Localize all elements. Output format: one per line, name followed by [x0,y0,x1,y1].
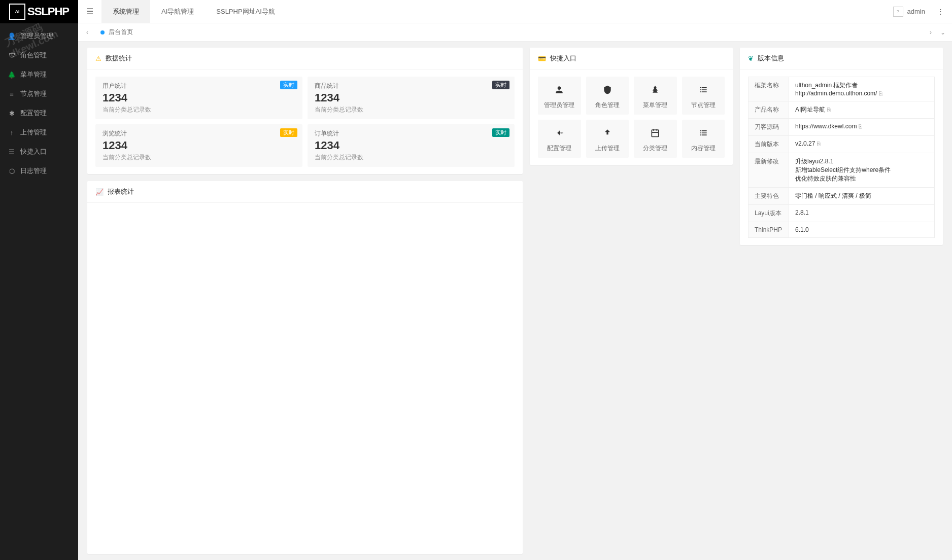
quick-label: 分类管理 [643,144,667,153]
list-icon [698,84,708,96]
version-label: 最新修改 [749,153,789,188]
tabs-next-icon[interactable]: › [925,29,937,36]
version-row-7: ThinkPHP6.1.0 [749,222,935,238]
user-icon [554,84,564,96]
quick-title: 快捷入口 [550,54,576,63]
topnav-tab-0[interactable]: 系统管理 [101,0,150,23]
version-row-3: 当前版本v2.0.27⎘ [749,136,935,153]
version-value: ulthon_admin 框架作者http://admin.demo.ultho… [789,77,935,101]
version-label: ThinkPHP [749,222,789,238]
quick-label: 菜单管理 [643,101,667,110]
sidebar-item-5[interactable]: ↑上传管理 [0,123,78,142]
stat-box-0: 实时 用户统计 1234 当前分类总记录数 [95,77,302,119]
version-value: https://www.dkewl.com⎘ [789,119,935,136]
avatar[interactable]: ? [893,7,903,17]
sidebar-item-6[interactable]: ☰快捷入口 [0,142,78,161]
sidebar-item-2[interactable]: 🌲菜单管理 [0,65,78,84]
logo-text: SSLPHP [27,5,69,18]
stat-title: 用户统计 [103,82,295,90]
copy-icon[interactable]: ⎘ [859,123,862,129]
sidebar-item-label: 管理员管理 [20,31,53,41]
stat-subtitle: 当前分类总记录数 [103,106,295,114]
chart-icon: 📈 [95,188,104,196]
sidebar-item-4[interactable]: ✱配置管理 [0,103,78,123]
quick-item-1[interactable]: 角色管理 [586,77,629,115]
quick-item-0[interactable]: 管理员管理 [538,77,581,115]
stat-value: 1234 [315,139,507,152]
topnav-tab-1[interactable]: AI导航管理 [150,0,205,23]
stat-title: 订单统计 [315,129,507,138]
quick-label: 角色管理 [595,101,620,110]
sidebar-item-label: 日志管理 [20,166,47,176]
tab-active-dot [100,30,105,34]
quick-item-4[interactable]: 配置管理 [538,120,581,158]
content-icon [698,127,708,139]
stat-title: 商品统计 [315,82,507,90]
sidebar-menu: 👤管理员管理🛡角色管理🌲菜单管理≡节点管理✱配置管理↑上传管理☰快捷入口⬡日志管… [0,23,78,181]
quick-entry-card: 💳 快捷入口 管理员管理角色管理菜单管理节点管理配置管理上传管理分类管理内容管理 [530,48,733,165]
sidebar-item-1[interactable]: 🛡角色管理 [0,46,78,65]
username[interactable]: admin [907,8,925,15]
report-title: 报表统计 [108,187,134,196]
version-title: 版本信息 [758,54,784,63]
copy-icon[interactable]: ⎘ [827,107,831,113]
quick-item-7[interactable]: 内容管理 [682,120,725,158]
version-label: Layui版本 [749,205,789,222]
stat-badge: 实时 [492,128,509,137]
stat-value: 1234 [103,91,295,104]
version-card: ❦ 版本信息 框架名称ulthon_admin 框架作者http://admin… [740,48,943,245]
stats-card: ⚠ 数据统计 实时 用户统计 1234 当前分类总记录数 实时 商品统计 123… [87,48,523,174]
tabs-prev-icon[interactable]: ‹ [81,29,93,36]
sidebar-item-icon: ↑ [7,129,16,136]
sidebar-item-icon: ✱ [7,110,16,117]
stat-value: 1234 [103,139,295,152]
sidebar-item-7[interactable]: ⬡日志管理 [0,161,78,181]
copy-icon[interactable]: ⎘ [817,141,821,147]
version-value: 6.1.0 [789,222,935,238]
gear-icon [554,127,564,139]
logo[interactable]: AI SSLPHP [0,0,78,23]
version-value: 2.8.1 [789,205,935,222]
quick-item-2[interactable]: 菜单管理 [634,77,677,115]
warning-icon: ⚠ [95,55,101,62]
version-row-5: 主要特色零门槛 / 响应式 / 清爽 / 极简 [749,188,935,205]
version-row-1: 产品名称AI网址导航⎘ [749,101,935,119]
report-card: 📈 报表统计 [87,181,523,554]
topnav-tab-2[interactable]: SSLPHP网址AI导航 [205,0,286,23]
shield-icon [602,84,613,96]
stat-badge: 实时 [280,81,297,89]
more-icon[interactable]: ⋮ [934,8,947,15]
svg-rect-0 [652,130,659,136]
quick-label: 节点管理 [691,101,716,110]
calendar-icon [650,127,660,139]
version-row-0: 框架名称ulthon_admin 框架作者http://admin.demo.u… [749,77,935,101]
stat-subtitle: 当前分类总记录数 [315,106,507,114]
sidebar-item-label: 配置管理 [20,109,47,118]
stat-title: 浏览统计 [103,129,295,138]
stat-subtitle: 当前分类总记录数 [315,153,507,162]
quick-item-5[interactable]: 上传管理 [586,120,629,158]
version-value: 零门槛 / 响应式 / 清爽 / 极简 [789,188,935,205]
stats-title: 数据统计 [106,54,132,63]
quick-item-6[interactable]: 分类管理 [634,120,677,158]
sidebar-item-3[interactable]: ≡节点管理 [0,84,78,103]
top-navigation: ☰ 系统管理AI导航管理SSLPHP网址AI导航 ? admin ⋮ [78,0,952,23]
stat-badge: 实时 [492,81,509,89]
sidebar-item-label: 上传管理 [20,128,47,137]
card-icon: 💳 [538,55,546,62]
sidebar-item-0[interactable]: 👤管理员管理 [0,26,78,46]
quick-item-3[interactable]: 节点管理 [682,77,725,115]
version-row-4: 最新修改升级layui2.8.1新增tableSelect组件支持where条件… [749,153,935,188]
version-value: AI网址导航⎘ [789,101,935,119]
copy-icon[interactable]: ⎘ [879,90,882,96]
sidebar-item-icon: 🌲 [7,71,16,79]
version-label: 当前版本 [749,136,789,153]
hamburger-icon[interactable]: ☰ [78,0,101,23]
sidebar-item-icon: 👤 [7,32,16,40]
tab-home[interactable]: 后台首页 [93,23,140,41]
tabs-dropdown-icon[interactable]: ⌄ [937,29,949,36]
version-label: 产品名称 [749,101,789,119]
sidebar-item-icon: ☰ [7,148,16,156]
version-value: v2.0.27⎘ [789,136,935,153]
version-table: 框架名称ulthon_admin 框架作者http://admin.demo.u… [748,77,935,238]
